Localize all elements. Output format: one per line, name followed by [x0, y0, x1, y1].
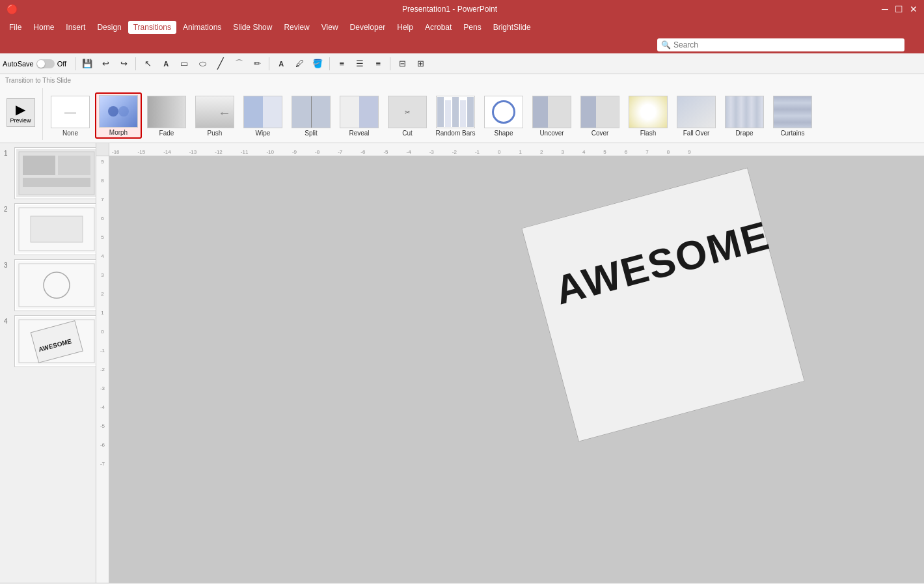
search-wrapper[interactable]: 🔍	[657, 38, 904, 51]
menu-pens[interactable]: Pens	[458, 21, 486, 34]
ellipse-button[interactable]: ⬭	[194, 55, 211, 72]
cover-icon	[580, 96, 619, 128]
slide-thumb-2[interactable]	[14, 203, 96, 255]
maximize-button[interactable]: ☐	[895, 4, 903, 14]
menu-review[interactable]: Review	[279, 21, 314, 34]
search-bar: 🔍	[0, 36, 924, 53]
random-bars-icon	[436, 96, 475, 128]
slide-2-svg	[18, 206, 96, 252]
text-button[interactable]: A	[157, 55, 174, 72]
slide-thumb-1[interactable]	[14, 147, 96, 199]
menu-developer[interactable]: Developer	[345, 21, 391, 34]
align-left-button[interactable]: ≡	[333, 55, 350, 72]
menu-insert[interactable]: Insert	[61, 21, 90, 34]
svg-point-0	[108, 106, 118, 117]
menu-view[interactable]: View	[316, 21, 344, 34]
transition-drape[interactable]: Drape	[721, 94, 768, 139]
toolbar-separator-3	[269, 57, 269, 70]
transition-curtains[interactable]: Curtains	[769, 94, 816, 139]
transition-shape[interactable]: Shape	[480, 94, 527, 139]
menu-brightslide[interactable]: BrightSlide	[488, 21, 536, 34]
menu-help[interactable]: Help	[392, 21, 418, 34]
transition-fade[interactable]: Fade	[143, 94, 190, 139]
drape-icon	[725, 96, 764, 128]
random-bars-label: Random Bars	[435, 130, 475, 137]
split-icon	[292, 96, 331, 128]
morph-svg	[105, 100, 131, 123]
redo-button[interactable]: ↪	[115, 55, 132, 72]
none-icon: —	[51, 96, 90, 128]
connector-button[interactable]: ⌒	[230, 55, 247, 72]
transition-morph[interactable]: Morph	[95, 92, 142, 139]
preview-label: Preview	[10, 117, 31, 124]
bullets-button[interactable]: ⊟	[394, 55, 411, 72]
slide-1-content	[16, 149, 96, 197]
transition-wipe[interactable]: Wipe	[239, 94, 286, 139]
highlight-button[interactable]: 🖊	[291, 55, 308, 72]
app-icon: 🔴	[7, 4, 18, 14]
autosave-track[interactable]	[36, 59, 55, 68]
svg-rect-8	[19, 264, 94, 307]
menu-transitions[interactable]: Transitions	[128, 21, 176, 34]
line-button[interactable]: ╱	[212, 55, 229, 72]
search-input[interactable]	[673, 40, 901, 49]
menu-home[interactable]: Home	[28, 21, 59, 34]
menu-acrobat[interactable]: Acrobat	[420, 21, 457, 34]
font-color-button[interactable]: A	[273, 55, 290, 72]
slide-2-content	[16, 205, 96, 253]
transition-split[interactable]: Split	[288, 94, 334, 139]
transition-fall-over[interactable]: Fall Over	[673, 94, 720, 139]
canvas-wrapper: 9 8 7 6 5 4 3 2 1 0 -1 -2 -3 -4 -5 -6 -7	[96, 156, 924, 583]
rect-button[interactable]: ▭	[176, 55, 193, 72]
slide-2-number: 2	[4, 206, 8, 213]
transition-random-bars[interactable]: Random Bars	[432, 94, 479, 139]
reveal-icon	[340, 96, 379, 128]
slide-3-content	[16, 261, 96, 309]
cut-label: Cut	[402, 130, 413, 137]
slide-1-svg	[18, 150, 96, 196]
transition-uncover[interactable]: Uncover	[528, 94, 575, 139]
window-title: Presentation1 - PowerPoint	[18, 5, 882, 14]
horizontal-ruler: -16 -15 -14 -13 -12 -11 -10 -9 -8 -7 -6 …	[96, 143, 924, 156]
menu-slideshow[interactable]: Slide Show	[228, 21, 277, 34]
transition-flash[interactable]: Flash	[625, 94, 672, 139]
menu-file[interactable]: File	[4, 21, 27, 34]
slide-thumb-4[interactable]: AWESOME	[14, 315, 96, 367]
toolbar: AutoSave Off 💾 ↩ ↪ ↖ A ▭ ⬭ ╱ ⌒ ✏ A 🖊 🪣 ≡…	[0, 53, 924, 74]
fade-icon	[147, 96, 186, 128]
transition-cut[interactable]: ✂ Cut	[384, 94, 431, 139]
fill-color-button[interactable]: 🪣	[309, 55, 326, 72]
curtains-icon	[773, 96, 812, 128]
preview-section: ▶ Preview	[4, 88, 43, 140]
push-label: Push	[208, 130, 223, 137]
svg-point-1	[118, 106, 129, 117]
transition-reveal[interactable]: Reveal	[336, 94, 383, 139]
align-right-button[interactable]: ≡	[370, 55, 387, 72]
flash-icon	[629, 96, 668, 128]
uncover-icon	[532, 96, 571, 128]
fall-over-icon	[677, 96, 716, 128]
transition-cover[interactable]: Cover	[577, 94, 623, 139]
close-button[interactable]: ✕	[910, 4, 917, 14]
autosave-toggle[interactable]: AutoSave Off	[3, 59, 66, 68]
freeform-button[interactable]: ✏	[249, 55, 265, 72]
ribbon-transitions: ▶ Preview — None	[4, 85, 920, 143]
main-area: -16 -15 -14 -13 -12 -11 -10 -9 -8 -7 -6 …	[96, 143, 924, 583]
transition-none[interactable]: — None	[47, 94, 94, 139]
transition-push[interactable]: ← Push	[191, 94, 238, 139]
preview-button[interactable]: ▶ Preview	[7, 98, 35, 127]
cut-icon: ✂	[388, 96, 427, 128]
align-center-button[interactable]: ☰	[351, 55, 368, 72]
slide-thumb-3[interactable]	[14, 259, 96, 311]
undo-button[interactable]: ↩	[97, 55, 114, 72]
reveal-label: Reveal	[349, 130, 369, 137]
flash-label: Flash	[640, 130, 656, 137]
menu-animations[interactable]: Animations	[178, 21, 226, 34]
numbering-button[interactable]: ⊞	[412, 55, 429, 72]
menu-design[interactable]: Design	[92, 21, 126, 34]
awesome-container[interactable]: AWESOME	[539, 181, 787, 428]
save-button[interactable]: 💾	[79, 55, 96, 72]
cursor-button[interactable]: ↖	[139, 55, 156, 72]
minimize-button[interactable]: ─	[882, 4, 888, 14]
slide-canvas[interactable]: AWESOME	[109, 156, 924, 583]
